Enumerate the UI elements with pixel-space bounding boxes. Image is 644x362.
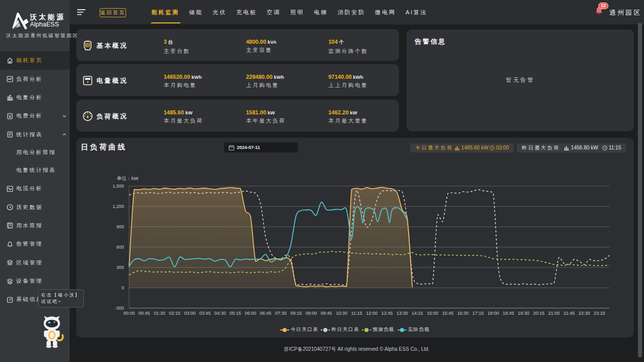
svg-text:13:30: 13:30 <box>396 311 408 316</box>
svg-text:11:15: 11:15 <box>351 311 362 316</box>
svg-text:09:45: 09:45 <box>321 311 332 316</box>
svg-text:09:00: 09:00 <box>305 311 317 316</box>
svg-text:19:30: 19:30 <box>518 311 530 316</box>
svg-text:03:00: 03:00 <box>184 311 196 316</box>
svg-text:21:00: 21:00 <box>548 311 560 316</box>
svg-text:900: 900 <box>116 224 124 229</box>
svg-text:07:30: 07:30 <box>275 311 287 316</box>
svg-text:22:30: 22:30 <box>578 311 590 316</box>
svg-text:14:15: 14:15 <box>412 311 423 316</box>
svg-text:18:00: 18:00 <box>487 311 499 316</box>
svg-text:01:30: 01:30 <box>154 311 165 316</box>
svg-text:03:45: 03:45 <box>199 311 211 316</box>
svg-text:10:30: 10:30 <box>336 311 348 316</box>
svg-text:08:15: 08:15 <box>290 311 302 316</box>
svg-text:0: 0 <box>121 285 124 290</box>
svg-text:12:45: 12:45 <box>381 311 393 316</box>
svg-text:05:15: 05:15 <box>230 311 241 316</box>
svg-text:300: 300 <box>116 265 124 270</box>
svg-text:17:15: 17:15 <box>472 311 484 316</box>
svg-text:00:00: 00:00 <box>124 311 135 316</box>
svg-text:18:45: 18:45 <box>503 311 514 316</box>
svg-text:16:30: 16:30 <box>457 311 469 316</box>
svg-text:04:30: 04:30 <box>214 311 226 316</box>
svg-text:1,500: 1,500 <box>112 184 124 189</box>
svg-text:15:00: 15:00 <box>427 311 439 316</box>
svg-text:单位：kW: 单位：kW <box>116 175 138 181</box>
svg-text:1,200: 1,200 <box>112 204 124 209</box>
svg-text:02:15: 02:15 <box>169 311 180 316</box>
svg-text:06:45: 06:45 <box>260 311 271 316</box>
svg-text:00:45: 00:45 <box>139 311 150 316</box>
svg-text:06:00: 06:00 <box>245 311 257 316</box>
svg-text:23:15: 23:15 <box>594 311 605 316</box>
svg-text:12:00: 12:00 <box>366 311 378 316</box>
svg-text:600: 600 <box>116 245 124 250</box>
svg-text:-300: -300 <box>115 306 124 311</box>
svg-text:15:45: 15:45 <box>442 311 454 316</box>
svg-text:21:45: 21:45 <box>563 311 575 316</box>
svg-text:20:15: 20:15 <box>533 311 545 316</box>
